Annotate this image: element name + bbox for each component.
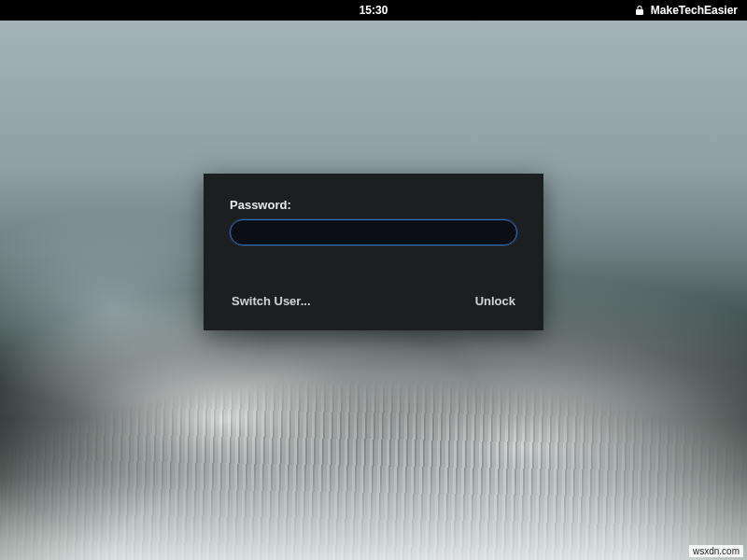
password-input[interactable] [230,219,517,245]
top-bar: 15:30 MakeTechEasier [0,0,747,21]
unlock-button[interactable]: Unlock [473,290,517,312]
lock-icon [634,5,645,16]
unlock-dialog: Password: Switch User... Unlock [204,174,543,330]
password-label: Password: [230,198,517,212]
clock-time: 15:30 [359,4,388,17]
user-menu[interactable]: MakeTechEasier [634,4,738,17]
switch-user-button[interactable]: Switch User... [230,290,313,312]
username-label: MakeTechEasier [651,4,738,17]
dialog-actions: Switch User... Unlock [230,290,517,312]
watermark: wsxdn.com [689,545,743,557]
